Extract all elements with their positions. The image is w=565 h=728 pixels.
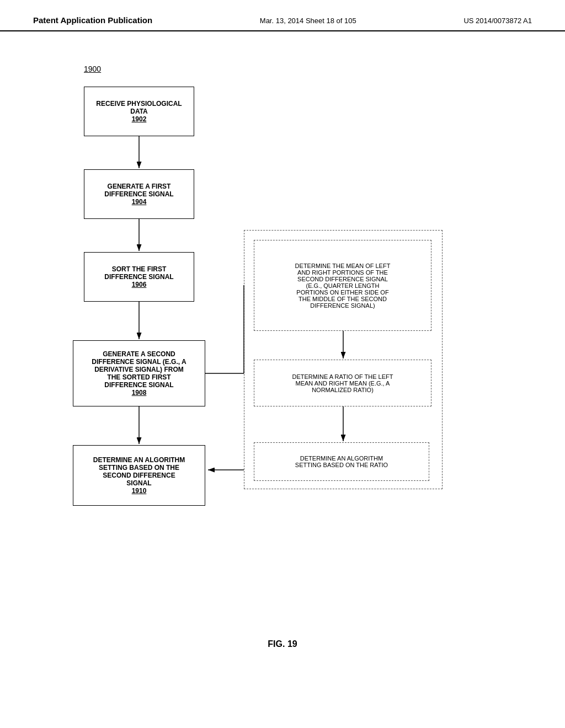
box-1904: GENERATE A FIRSTDIFFERENCE SIGNAL1904 bbox=[84, 169, 194, 219]
detail-box-3: DETERMINE AN ALGORITHMSETTING BASED ON T… bbox=[254, 442, 429, 481]
detail-box-2-label: DETERMINE A RATIO OF THE LEFTMEAN AND RI… bbox=[292, 373, 393, 393]
box-1910: DETERMINE AN ALGORITHMSETTING BASED ON T… bbox=[73, 445, 205, 506]
page: Patent Application Publication Mar. 13, … bbox=[0, 0, 565, 728]
figure-label: FIG. 19 bbox=[268, 639, 297, 649]
patent-number-label: US 2014/0073872 A1 bbox=[463, 17, 532, 25]
detail-box-1: DETERMINE THE MEAN OF LEFTAND RIGHT PORT… bbox=[254, 240, 431, 331]
box-1906: SORT THE FIRSTDIFFERENCE SIGNAL1906 bbox=[84, 252, 194, 302]
detail-box-1-label: DETERMINE THE MEAN OF LEFTAND RIGHT PORT… bbox=[295, 263, 391, 309]
detail-box-2: DETERMINE A RATIO OF THE LEFTMEAN AND RI… bbox=[254, 360, 431, 406]
box-1908-label: GENERATE A SECONDDIFFERENCE SIGNAL (E.G.… bbox=[92, 350, 186, 397]
page-header: Patent Application Publication Mar. 13, … bbox=[0, 0, 565, 31]
box-1902: RECEIVE PHYSIOLOGICALDATA1902 bbox=[84, 87, 194, 136]
publication-label: Patent Application Publication bbox=[33, 15, 152, 25]
detail-box-3-label: DETERMINE AN ALGORITHMSETTING BASED ON T… bbox=[295, 455, 388, 468]
box-1908: GENERATE A SECONDDIFFERENCE SIGNAL (E.G.… bbox=[73, 340, 205, 406]
flow-label-1900: 1900 bbox=[84, 65, 101, 73]
box-1910-label: DETERMINE AN ALGORITHMSETTING BASED ON T… bbox=[93, 456, 185, 495]
date-sheet-label: Mar. 13, 2014 Sheet 18 of 105 bbox=[260, 17, 356, 25]
diagram-area: 1900 RECEIVE PHYSIOLOGICALDATA1902 GENER… bbox=[40, 65, 525, 660]
box-1902-label: RECEIVE PHYSIOLOGICALDATA1902 bbox=[96, 100, 182, 123]
box-1904-label: GENERATE A FIRSTDIFFERENCE SIGNAL1904 bbox=[104, 183, 173, 206]
box-1906-label: SORT THE FIRSTDIFFERENCE SIGNAL1906 bbox=[104, 265, 173, 288]
